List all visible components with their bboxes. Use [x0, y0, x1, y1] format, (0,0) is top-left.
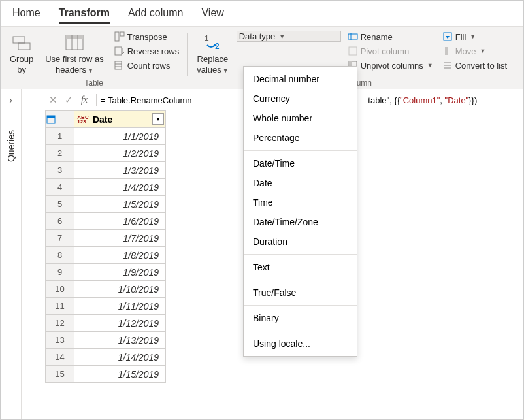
- table-corner[interactable]: [46, 111, 74, 128]
- cell-date[interactable]: 1/10/2019: [74, 281, 166, 298]
- replace-values-button[interactable]: 12 Replace values▼: [193, 31, 233, 76]
- column-header-date[interactable]: ABC123 Date ▼: [74, 111, 166, 128]
- menu-datetimezone[interactable]: Date/Time/Zone: [244, 212, 357, 232]
- move-button: Move ▼: [440, 45, 510, 57]
- data-grid: ABC123 Date ▼ 11/1/201921/2/201931/3/201…: [45, 110, 166, 383]
- unpivot-columns-label: Unpivot columns: [361, 61, 423, 71]
- convert-to-list-button[interactable]: Convert to list: [440, 59, 510, 71]
- fill-icon: [442, 31, 453, 42]
- chevron-down-icon: ▼: [427, 62, 433, 69]
- table-row[interactable]: 111/11/2019: [46, 298, 166, 315]
- table-row[interactable]: 141/14/2019: [46, 349, 166, 366]
- transpose-icon: [114, 31, 125, 42]
- data-type-button[interactable]: Data type ▼: [237, 31, 341, 42]
- row-header[interactable]: 5: [46, 196, 74, 213]
- chevron-down-icon: ▼: [88, 67, 93, 74]
- table-row[interactable]: 21/2/2019: [46, 145, 166, 162]
- transpose-label: Transpose: [127, 32, 167, 42]
- menu-using-locale[interactable]: Using locale...: [244, 334, 357, 353]
- count-rows-label: Count rows: [127, 61, 171, 71]
- cell-date[interactable]: 1/11/2019: [74, 298, 166, 315]
- svg-rect-3: [66, 35, 83, 39]
- cell-date[interactable]: 1/6/2019: [74, 213, 166, 230]
- cell-date[interactable]: 1/2/2019: [74, 145, 166, 162]
- menu-date[interactable]: Date: [244, 173, 357, 193]
- menu-whole-number[interactable]: Whole number: [244, 108, 357, 128]
- row-header[interactable]: 6: [46, 213, 74, 230]
- queries-panel-toggle[interactable]: ›: [1, 89, 22, 110]
- row-header[interactable]: 15: [46, 366, 74, 383]
- unpivot-columns-button[interactable]: Unpivot columns ▼: [345, 59, 436, 71]
- row-header[interactable]: 13: [46, 332, 74, 349]
- menu-binary[interactable]: Binary: [244, 308, 357, 328]
- svg-rect-27: [47, 116, 55, 118]
- cancel-formula-button[interactable]: ✕: [45, 94, 61, 106]
- use-first-row-label: Use first row as headers▼: [45, 54, 104, 74]
- tab-transform[interactable]: Transform: [59, 7, 110, 24]
- rename-icon: [348, 31, 358, 42]
- table-row[interactable]: 101/10/2019: [46, 281, 166, 298]
- table-row[interactable]: 11/1/2019: [46, 128, 166, 145]
- cell-date[interactable]: 1/4/2019: [74, 179, 166, 196]
- table-row[interactable]: 71/7/2019: [46, 230, 166, 247]
- group-by-icon: [11, 32, 32, 53]
- table-row[interactable]: 41/4/2019: [46, 179, 166, 196]
- tab-home[interactable]: Home: [12, 7, 41, 24]
- menu-datetime[interactable]: Date/Time: [244, 153, 357, 173]
- row-header[interactable]: 4: [46, 179, 74, 196]
- cell-date[interactable]: 1/1/2019: [74, 128, 166, 145]
- row-header[interactable]: 10: [46, 281, 74, 298]
- group-by-button[interactable]: Group by: [6, 31, 37, 76]
- cell-date[interactable]: 1/5/2019: [74, 196, 166, 213]
- table-row[interactable]: 151/15/2019: [46, 366, 166, 383]
- row-header[interactable]: 2: [46, 145, 74, 162]
- fill-button[interactable]: Fill ▼: [440, 31, 510, 42]
- menu-text[interactable]: Text: [244, 257, 357, 277]
- cell-date[interactable]: 1/8/2019: [74, 247, 166, 264]
- table-row[interactable]: 61/6/2019: [46, 213, 166, 230]
- reverse-rows-button[interactable]: Reverse rows: [112, 45, 182, 57]
- tab-view[interactable]: View: [201, 7, 223, 24]
- table-row[interactable]: 81/8/2019: [46, 247, 166, 264]
- cell-date[interactable]: 1/14/2019: [74, 349, 166, 366]
- queries-sidebar: Queries: [1, 110, 22, 420]
- cell-date[interactable]: 1/12/2019: [74, 315, 166, 332]
- reverse-rows-icon: [114, 46, 125, 56]
- cell-date[interactable]: 1/7/2019: [74, 230, 166, 247]
- row-header[interactable]: 3: [46, 162, 74, 179]
- column-filter-button[interactable]: ▼: [152, 113, 164, 125]
- svg-rect-0: [13, 37, 25, 43]
- row-header[interactable]: 7: [46, 230, 74, 247]
- tab-bar: Home Transform Add column View: [1, 1, 523, 26]
- cell-date[interactable]: 1/9/2019: [74, 264, 166, 281]
- rename-button[interactable]: Rename: [345, 31, 436, 42]
- row-header[interactable]: 9: [46, 264, 74, 281]
- table-row[interactable]: 51/5/2019: [46, 196, 166, 213]
- table-row[interactable]: 31/3/2019: [46, 162, 166, 179]
- menu-truefalse[interactable]: True/False: [244, 283, 357, 302]
- tab-add-column[interactable]: Add column: [128, 7, 184, 24]
- menu-percentage[interactable]: Percentage: [244, 128, 357, 148]
- count-rows-button[interactable]: Count rows: [112, 59, 182, 71]
- row-header[interactable]: 14: [46, 349, 74, 366]
- menu-decimal-number[interactable]: Decimal number: [244, 69, 357, 89]
- table-row[interactable]: 131/13/2019: [46, 332, 166, 349]
- row-header[interactable]: 11: [46, 298, 74, 315]
- pivot-icon: [348, 46, 358, 56]
- row-header[interactable]: 8: [46, 247, 74, 264]
- transpose-button[interactable]: Transpose: [112, 31, 182, 42]
- cell-date[interactable]: 1/3/2019: [74, 162, 166, 179]
- pivot-column-label: Pivot column: [361, 46, 409, 56]
- menu-currency[interactable]: Currency: [244, 89, 357, 108]
- table-row[interactable]: 91/9/2019: [46, 264, 166, 281]
- table-row[interactable]: 121/12/2019: [46, 315, 166, 332]
- row-header[interactable]: 1: [46, 128, 74, 145]
- row-header[interactable]: 12: [46, 315, 74, 332]
- table-group-label: Table: [84, 78, 103, 88]
- menu-duration[interactable]: Duration: [244, 232, 357, 251]
- use-first-row-button[interactable]: Use first row as headers▼: [41, 31, 108, 76]
- cell-date[interactable]: 1/15/2019: [74, 366, 166, 383]
- menu-time[interactable]: Time: [244, 193, 357, 212]
- commit-formula-button[interactable]: ✓: [61, 94, 76, 106]
- cell-date[interactable]: 1/13/2019: [74, 332, 166, 349]
